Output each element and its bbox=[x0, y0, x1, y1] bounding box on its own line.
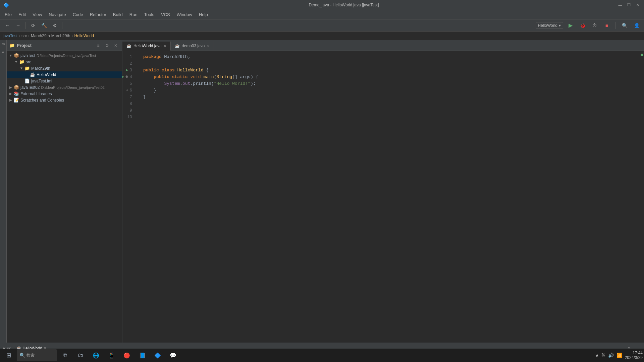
wifi-icon[interactable]: 📶 bbox=[616, 353, 622, 358]
breadcrumb-sep1: › bbox=[19, 34, 20, 38]
folder-icon: 📁 bbox=[9, 43, 15, 48]
settings-gear-button[interactable]: ⚙ bbox=[103, 42, 111, 49]
back-button[interactable]: ← bbox=[3, 21, 12, 30]
tree-item-helloworld[interactable]: ☕ HelloWorld bbox=[7, 71, 122, 78]
tray-up-icon[interactable]: ∧ bbox=[595, 353, 599, 358]
structure-icon[interactable]: S bbox=[1, 42, 6, 47]
tree-item-external-libs[interactable]: ▶ 📚 External Libraries bbox=[7, 90, 122, 97]
breadcrumb-src[interactable]: src bbox=[21, 34, 27, 38]
close-button[interactable]: ✕ bbox=[635, 2, 641, 8]
menu-item-help[interactable]: Help bbox=[196, 11, 211, 18]
user-button[interactable]: 👤 bbox=[632, 21, 641, 30]
menu-item-tools[interactable]: Tools bbox=[142, 11, 157, 18]
breadcrumb-project[interactable]: javaTest bbox=[3, 34, 17, 38]
tab-icon-helloworld: ☕ bbox=[126, 44, 131, 48]
breadcrumb-class[interactable]: HelloWorld bbox=[74, 34, 94, 38]
vscode-icon: 📘 bbox=[139, 352, 146, 359]
right-gutter bbox=[639, 51, 644, 343]
menu-item-window[interactable]: Window bbox=[174, 11, 195, 18]
project-header: 📁 Project ≡ ⚙ ✕ bbox=[7, 40, 122, 51]
wechat-button[interactable]: 💬 bbox=[166, 349, 180, 361]
tab-icon-demo03: ☕ bbox=[175, 44, 180, 48]
editor-tabs: ☕ HelloWorld.java ✕ ☕ demo03.java ✕ bbox=[122, 40, 644, 51]
tab-helloworld[interactable]: ☕ HelloWorld.java ✕ bbox=[122, 42, 171, 51]
gutter-mark-ok bbox=[641, 54, 643, 56]
breadcrumb-package[interactable]: March29th bbox=[31, 34, 50, 38]
intellij-icon: 🔷 bbox=[154, 352, 161, 359]
chrome-button[interactable]: 🔴 bbox=[119, 349, 134, 361]
code-line-4: public static void main(String[] args) { bbox=[143, 74, 635, 80]
clock-date: 2024/3/29 bbox=[625, 355, 643, 360]
menu-item-file[interactable]: File bbox=[2, 11, 14, 18]
close-panel-button[interactable]: ✕ bbox=[112, 42, 119, 49]
run-config-dropdown[interactable]: HelloWorld ▾ bbox=[536, 22, 563, 29]
window-title: Demo_java - HelloWorld.java [javaTest] bbox=[70, 3, 617, 7]
app1-button[interactable]: 📱 bbox=[104, 349, 119, 361]
vscode-button[interactable]: 📘 bbox=[135, 349, 150, 361]
tree-item-iml[interactable]: 📄 javaTest.iml bbox=[7, 78, 122, 84]
task-view-button[interactable]: ⧉ bbox=[58, 349, 72, 361]
app1-icon: 📱 bbox=[108, 352, 115, 359]
code-editor[interactable]: 1 2 ▶ 3 ▶ ⊕ 4 5 ⊕ 6 7 bbox=[122, 51, 644, 343]
tree-item-scratches[interactable]: ▶ 📝 Scratches and Consoles bbox=[7, 97, 122, 103]
explorer-icon: 🗂 bbox=[78, 352, 83, 358]
collapse-all-button[interactable]: ≡ bbox=[95, 42, 102, 49]
edge-icon: 🌐 bbox=[93, 352, 99, 359]
menu-item-refactor[interactable]: Refactor bbox=[87, 11, 109, 18]
sync-button[interactable]: ⟳ bbox=[29, 21, 38, 30]
menu-item-edit[interactable]: Edit bbox=[16, 11, 29, 18]
code-line-5: System.out.println("Hello World!"); bbox=[143, 80, 635, 87]
system-clock[interactable]: 17:44 2024/3/29 bbox=[625, 351, 643, 360]
tree-item-javatest[interactable]: ▼ 📦 javaTest D:\IdeaProjects\Demo_java\j… bbox=[7, 52, 122, 59]
search-everywhere-button[interactable]: 🔍 bbox=[620, 21, 629, 30]
menu-item-vcs[interactable]: VCS bbox=[158, 11, 173, 18]
start-button[interactable]: ⊞ bbox=[1, 349, 16, 361]
volume-icon[interactable]: 🔊 bbox=[608, 353, 614, 358]
breadcrumb-sep2: › bbox=[28, 34, 30, 38]
tab-close-demo03[interactable]: ✕ bbox=[207, 44, 210, 48]
wechat-icon: 💬 bbox=[170, 352, 176, 359]
edge-button[interactable]: 🌐 bbox=[89, 349, 103, 361]
menu-item-view[interactable]: View bbox=[30, 11, 45, 18]
titlebar: 🔷 Demo_java - HelloWorld.java [javaTest]… bbox=[0, 0, 644, 10]
build-project-button[interactable]: 🔨 bbox=[39, 21, 49, 30]
menu-item-run[interactable]: Run bbox=[127, 11, 140, 18]
menu-item-code[interactable]: Code bbox=[70, 11, 86, 18]
tree-item-javatest02[interactable]: ▶ 📦 javaTest02 D:\IdeaProjects\Demo_java… bbox=[7, 84, 122, 90]
profile-button[interactable]: ⏱ bbox=[590, 21, 599, 30]
run-config-label: HelloWorld bbox=[538, 23, 557, 28]
maximize-button[interactable]: ❐ bbox=[626, 2, 632, 8]
run-line4[interactable]: ▶ bbox=[122, 74, 124, 80]
forward-button[interactable]: → bbox=[13, 21, 23, 30]
keyboard-icon[interactable]: 英 bbox=[601, 353, 605, 358]
run-button[interactable]: ▶ bbox=[566, 21, 575, 30]
search-taskbar-icon: 🔍 bbox=[19, 353, 25, 358]
tree-item-march29th[interactable]: ▼ 📁 March29th bbox=[7, 65, 122, 71]
main-area: S ★ 📁 Project ≡ ⚙ ✕ ▼ 📦 javaTest D:\Idea… bbox=[0, 40, 644, 343]
clock-time: 17:44 bbox=[625, 351, 643, 355]
code-line-8 bbox=[143, 101, 635, 107]
toolbar: ← → ⟳ 🔨 ⚙ HelloWorld ▾ ▶ 🐞 ⏱ ■ 🔍 👤 bbox=[0, 19, 644, 32]
debug-button[interactable]: 🐞 bbox=[578, 21, 587, 30]
search-taskbar-button[interactable]: 🔍 搜索 bbox=[17, 349, 57, 361]
intellij-button[interactable]: 🔷 bbox=[150, 349, 165, 361]
project-header-label: Project bbox=[17, 43, 32, 48]
run-line3[interactable]: ▶ bbox=[126, 67, 128, 74]
explorer-button[interactable]: 🗂 bbox=[73, 349, 88, 361]
project-panel: 📁 Project ≡ ⚙ ✕ ▼ 📦 javaTest D:\IdeaProj… bbox=[7, 40, 122, 343]
code-content[interactable]: package March29th; public class HelloWor… bbox=[139, 51, 639, 343]
taskbar-right: ∧ 英 🔊 📶 17:44 2024/3/29 bbox=[595, 351, 643, 360]
code-line-2 bbox=[143, 60, 635, 67]
tab-demo03[interactable]: ☕ demo03.java ✕ bbox=[171, 41, 214, 51]
toolbar-separator bbox=[25, 22, 26, 29]
menu-item-navigate[interactable]: Navigate bbox=[46, 11, 68, 18]
menu-item-build[interactable]: Build bbox=[110, 11, 125, 18]
dropdown-arrow: ▾ bbox=[559, 23, 561, 28]
tab-close-helloworld[interactable]: ✕ bbox=[164, 44, 166, 48]
tree-item-src[interactable]: ▼ 📁 src bbox=[7, 59, 122, 65]
favorites-icon[interactable]: ★ bbox=[0, 49, 6, 56]
settings-button[interactable]: ⚙ bbox=[50, 21, 59, 30]
minimize-button[interactable]: — bbox=[617, 2, 623, 8]
tab-label-helloworld: HelloWorld.java bbox=[133, 44, 162, 48]
stop-button[interactable]: ■ bbox=[602, 21, 611, 30]
